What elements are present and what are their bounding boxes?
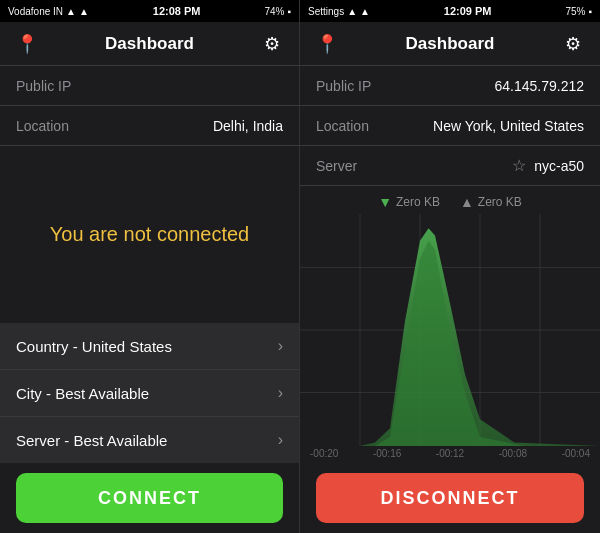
right-status-left: Settings ▲ ▲ (308, 6, 370, 17)
left-status-left: Vodafone IN ▲ ▲ (8, 6, 89, 17)
connect-button[interactable]: CONNECT (16, 473, 283, 523)
right-public-ip-row: Public IP 64.145.79.212 (300, 66, 600, 106)
disconnect-button-label: DISCONNECT (380, 488, 519, 509)
right-panel: Settings ▲ ▲ 12:09 PM 75% ▪ 📍 Dashboard … (300, 0, 600, 533)
not-connected-text: You are not connected (50, 223, 249, 246)
chart-svg-container (300, 214, 600, 446)
left-header-title: Dashboard (105, 34, 194, 54)
time-label-4: -00:08 (499, 448, 527, 459)
left-panel: Vodafone IN ▲ ▲ 12:08 PM 74% ▪ 📍 Dashboa… (0, 0, 300, 533)
left-gear-icon[interactable]: ⚙ (261, 33, 283, 55)
download-arrow-icon: ▼ (378, 194, 392, 210)
wifi-icon: ▲ (79, 6, 89, 17)
time-label-5: -00:04 (562, 448, 590, 459)
chart-stats: ▼ Zero KB ▲ Zero KB (300, 186, 600, 214)
connect-button-label: CONNECT (98, 488, 201, 509)
left-status-bar: Vodafone IN ▲ ▲ 12:08 PM 74% ▪ (0, 0, 299, 22)
right-server-label: Server (316, 158, 357, 174)
time-label-1: -00:20 (310, 448, 338, 459)
right-status-bar: Settings ▲ ▲ 12:09 PM 75% ▪ (300, 0, 600, 22)
right-public-ip-label: Public IP (316, 78, 371, 94)
time-label-3: -00:12 (436, 448, 464, 459)
right-battery-text: 75% (565, 6, 585, 17)
server-right-group: ☆ nyc-a50 (512, 156, 584, 175)
country-chevron-icon: › (278, 337, 283, 355)
server-chevron-icon: › (278, 431, 283, 449)
left-location-label: Location (16, 118, 69, 134)
carrier-text: Vodafone IN (8, 6, 63, 17)
right-gear-icon[interactable]: ⚙ (562, 33, 584, 55)
left-public-ip-row: Public IP (0, 66, 299, 106)
upload-arrow-icon: ▲ (460, 194, 474, 210)
not-connected-area: You are not connected (0, 146, 299, 323)
chart-area: ▼ Zero KB ▲ Zero KB (300, 186, 600, 463)
disconnect-button[interactable]: DISCONNECT (316, 473, 584, 523)
right-carrier-text: Settings (308, 6, 344, 17)
left-header: 📍 Dashboard ⚙ (0, 22, 299, 66)
right-location-value: New York, United States (433, 118, 584, 134)
left-location-value: Delhi, India (213, 118, 283, 134)
left-status-right: 74% ▪ (264, 6, 291, 17)
server-name: nyc-a50 (534, 158, 584, 174)
chart-inner-area (375, 241, 525, 446)
city-chevron-icon: › (278, 384, 283, 402)
right-location-label: Location (316, 118, 369, 134)
download-value: Zero KB (396, 195, 440, 209)
right-public-ip-value: 64.145.79.212 (494, 78, 584, 94)
right-wifi-icon: ▲ (360, 6, 370, 17)
right-status-time: 12:09 PM (444, 5, 492, 17)
city-label: City - Best Available (16, 385, 149, 402)
right-server-row: Server ☆ nyc-a50 (300, 146, 600, 186)
right-location-row: Location New York, United States (300, 106, 600, 146)
server-settings-row[interactable]: Server - Best Available › (0, 417, 299, 463)
city-row[interactable]: City - Best Available › (0, 370, 299, 417)
signal-icon: ▲ (66, 6, 76, 17)
country-label: Country - United States (16, 338, 172, 355)
star-icon[interactable]: ☆ (512, 156, 526, 175)
time-label-2: -00:16 (373, 448, 401, 459)
settings-rows: Country - United States › City - Best Av… (0, 323, 299, 463)
chart-time-labels: -00:20 -00:16 -00:12 -00:08 -00:04 (300, 446, 600, 463)
right-status-right: 75% ▪ (565, 6, 592, 17)
battery-text: 74% (264, 6, 284, 17)
upload-stat: ▲ Zero KB (460, 194, 522, 210)
right-header: 📍 Dashboard ⚙ (300, 22, 600, 66)
traffic-chart (300, 214, 600, 446)
right-header-title: Dashboard (406, 34, 495, 54)
battery-icon: ▪ (287, 6, 291, 17)
left-public-ip-label: Public IP (16, 78, 71, 94)
upload-value: Zero KB (478, 195, 522, 209)
location-pin-icon: 📍 (16, 33, 38, 55)
right-battery-icon: ▪ (588, 6, 592, 17)
country-row[interactable]: Country - United States › (0, 323, 299, 370)
right-signal-icon: ▲ (347, 6, 357, 17)
right-location-pin-icon: 📍 (316, 33, 338, 55)
download-stat: ▼ Zero KB (378, 194, 440, 210)
server-settings-label: Server - Best Available (16, 432, 167, 449)
left-location-row: Location Delhi, India (0, 106, 299, 146)
left-status-time: 12:08 PM (153, 5, 201, 17)
